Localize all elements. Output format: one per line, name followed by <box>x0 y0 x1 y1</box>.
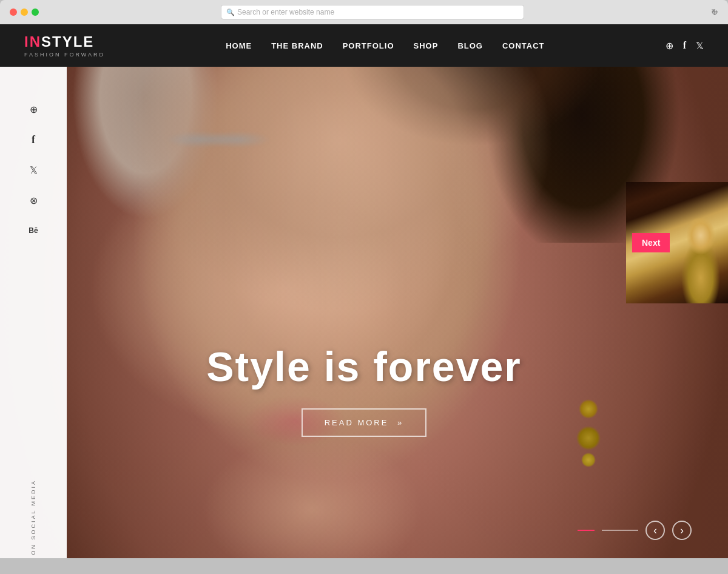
nav-social-icons: ⊕ f 𝕏 <box>666 40 704 52</box>
next-label[interactable]: Next <box>632 233 670 252</box>
maximize-dot[interactable] <box>32 8 39 16</box>
slider-inactive-line <box>602 530 638 531</box>
nav-item-blog[interactable]: BLOG <box>457 41 483 50</box>
next-icon: › <box>680 525 684 536</box>
read-more-button[interactable]: READ MORE » <box>302 408 427 437</box>
nav-item-home[interactable]: HOME <box>226 41 252 50</box>
logo-tagline: FASHION FORWARD <box>24 52 105 58</box>
nav-item-portfolio[interactable]: PORTFOLIO <box>343 41 394 50</box>
nav-item-contact[interactable]: CONTACT <box>502 41 545 50</box>
prev-icon: ‹ <box>653 525 657 536</box>
nav-twitter-icon[interactable]: 𝕏 <box>696 40 704 52</box>
hero-title: Style is forever <box>0 343 728 390</box>
sidebar-twitter-icon[interactable]: 𝕏 <box>27 164 39 176</box>
slider-prev-button[interactable]: ‹ <box>645 521 665 540</box>
preview-image: Next <box>626 182 728 303</box>
hero-content: Style is forever READ MORE » <box>0 343 728 437</box>
close-dot[interactable] <box>10 8 17 16</box>
nav-pinterest-icon[interactable]: ⊕ <box>666 40 673 52</box>
preview-figure <box>679 218 722 303</box>
new-tab-button[interactable]: + <box>711 5 718 19</box>
minimize-dot[interactable] <box>21 8 28 16</box>
hero-overlay <box>0 24 728 558</box>
website-container: INSTYLE FASHION FORWARD HOME THE BRAND P… <box>0 24 728 558</box>
nav-item-the-brand[interactable]: THE BRAND <box>271 41 323 50</box>
hero-section <box>0 24 728 558</box>
nav-menu: HOME THE BRAND PORTFOLIO SHOP BLOG CONTA… <box>226 41 544 50</box>
address-bar[interactable]: 🔍 Search or enter website name <box>221 5 524 19</box>
sidebar-social: ⊕ f 𝕏 ⊗ Bē FOLLOW US ON SOCIAL MEDIA <box>0 67 67 558</box>
address-text: Search or enter website name <box>237 8 334 16</box>
sidebar-behance-icon[interactable]: Bē <box>27 225 39 237</box>
slider-next-button[interactable]: › <box>672 521 692 540</box>
nav-facebook-icon[interactable]: f <box>683 40 686 51</box>
sidebar-dribbble-icon[interactable]: ⊗ <box>27 194 39 206</box>
follow-text: FOLLOW US ON SOCIAL MEDIA <box>30 479 36 558</box>
slider-active-dot <box>578 530 595 531</box>
logo-in: IN <box>24 33 41 50</box>
slider-controls: ‹ › <box>578 521 692 540</box>
nav-item-shop[interactable]: SHOP <box>414 41 439 50</box>
navigation: INSTYLE FASHION FORWARD HOME THE BRAND P… <box>0 24 728 67</box>
browser-dots <box>10 8 39 16</box>
logo-style: STYLE <box>41 33 94 50</box>
site-logo[interactable]: INSTYLE FASHION FORWARD <box>24 33 105 58</box>
logo-text: INSTYLE <box>24 33 105 50</box>
sidebar-facebook-icon[interactable]: f <box>27 133 39 146</box>
next-slide-preview[interactable]: Next <box>626 182 728 303</box>
sidebar-pinterest-icon[interactable]: ⊕ <box>27 103 39 115</box>
search-icon: 🔍 <box>226 8 235 16</box>
